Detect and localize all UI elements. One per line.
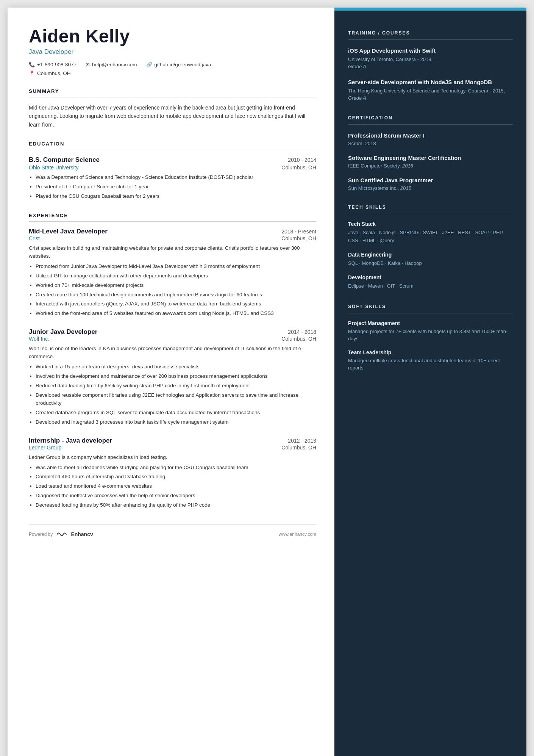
exp-bullet-1-2: Reduced data loading time by 65% by writ… [36,382,316,390]
experience-divider [29,221,316,222]
exp-header-0: Mid-Level Java Developer 2018 - Present [29,228,316,235]
exp-desc-0: Crist specializes in building and mainta… [29,244,316,260]
location-row: 📍 Columbus, OH [29,70,316,76]
skill-cat-2: Development Eclipse · Maven · GIT · Scru… [348,274,513,290]
exp-dates-0: 2018 - Present [281,229,316,235]
exp-header-2: Internship - Java developer 2012 - 2013 [29,437,316,445]
exp-location-2: Columbus, OH [281,445,316,451]
certification-section-title: CERTIFICATION [348,115,513,121]
exp-desc-2: Ledner Group is a company which speciali… [29,454,316,462]
candidate-name: Aiden Kelly [29,26,316,47]
exp-company-1: Wolf Inc. [29,336,49,342]
footer-left: Powered by Enhancv [29,531,93,538]
education-divider [29,150,316,150]
exp-header-1: Junior Java Developer 2014 - 2018 [29,328,316,336]
cert-item-1: Software Engineering Master Certificatio… [348,154,513,169]
experience-title: EXPERIENCE [29,213,316,218]
exp-company-row-2: Ledner Group Columbus, OH [29,445,316,451]
exp-bullet-1-4: Created database programs in SQL server … [36,409,316,417]
cert-detail-1: IEEE Computer Society, 2016 [348,163,513,169]
exp-bullet-0-1: Utilized GIT to manage collaboration wit… [36,272,316,280]
footer-website: www.enhancv.com [279,532,316,537]
skill-items-2: Eclipse · Maven · GIT · Scrum [348,282,513,290]
exp-bullet-0-2: Worked on 70+ mid-scale development proj… [36,282,316,290]
enhancv-icon [56,531,68,538]
training-name-1: Server-side Development with NodeJS and … [348,78,513,86]
exp-bullet-2-3: Diagnosed the ineffective processes with… [36,492,316,500]
edu-degree-row: B.S. Computer Science 2010 - 2014 [29,156,316,164]
summary-divider [29,97,316,97]
education-title: EDUCATION [29,141,316,147]
exp-block-1: Junior Java Developer 2014 - 2018 Wolf I… [29,328,316,426]
edu-bullet-0: Was a Department of Science and Technolo… [36,174,316,182]
edu-school: Ohio State University [29,164,79,171]
soft-skill-name-0: Project Management [348,320,513,326]
exp-bullet-2-4: Decreased loading times by 50% after enh… [36,501,316,509]
soft-skill-desc-1: Managed multiple cross-functional and di… [348,357,513,372]
location-item: 📍 Columbus, OH [29,70,71,76]
skill-cat-name-2: Development [348,274,513,280]
soft-skills-divider [348,313,513,313]
exp-bullet-0-3: Created more than 100 technical design d… [36,291,316,299]
soft-skill-0: Project Management Managed projects for … [348,320,513,343]
soft-skill-1: Team Leadership Managed multiple cross-f… [348,349,513,372]
cert-detail-0: Scrum, 2018 [348,141,513,146]
exp-bullets-1: Worked in a 15-person team of designers,… [29,363,316,426]
email-address: help@enhancv.com [92,62,137,67]
brand-name: Enhancv [71,531,93,537]
github-item: 🔗 github.io/greenwood.java [146,62,211,67]
summary-section: SUMMARY Mid-tier Java Developer with ove… [29,88,316,129]
exp-title-2: Internship - Java developer [29,437,112,445]
education-section: EDUCATION B.S. Computer Science 2010 - 2… [29,141,316,200]
exp-bullet-1-1: Involved in the development and maintena… [36,373,316,380]
training-item-0: iOS App Development with Swift Universit… [348,47,513,70]
github-icon: 🔗 [146,62,152,67]
exp-bullet-1-0: Worked in a 15-person team of designers,… [36,363,316,371]
exp-block-0: Mid-Level Java Developer 2018 - Present … [29,228,316,318]
phone-icon: 📞 [29,62,35,67]
cert-name-0: Professional Scrum Master I [348,131,513,139]
exp-bullets-0: Promoted from Junior Java Developer to M… [29,263,316,318]
soft-skill-desc-0: Managed projects for 7+ clients with bud… [348,328,513,343]
training-item-1: Server-side Development with NodeJS and … [348,78,513,102]
training-divider [348,39,513,40]
exp-bullet-0-5: Worked on the front-end area of 5 websit… [36,310,316,318]
skill-cat-name-0: Tech Stack [348,221,513,227]
edu-bullet-2: Played for the CSU Cougars Baseball team… [36,193,316,200]
tech-skills-section: TECH SKILLS Tech Stack Java · Scala · No… [348,205,513,290]
exp-block-2: Internship - Java developer 2012 - 2013 … [29,437,316,510]
exp-desc-1: Wolf Inc. is one of the leaders in NA in… [29,345,316,361]
skill-items-0: Java · Scala · Node.js · SPRING · SWIFT … [348,229,513,245]
soft-skills-section: SOFT SKILLS Project Management Managed p… [348,304,513,372]
summary-text: Mid-tier Java Developer with over 7 year… [29,103,316,129]
soft-skills-title: SOFT SKILLS [348,304,513,309]
cert-item-2: Sun Certified Java Programmer Sun Micros… [348,176,513,191]
exp-bullets-2: Was able to meet all deadlines while stu… [29,464,316,510]
tech-skills-title: TECH SKILLS [348,205,513,210]
phone-item: 📞 +1-890-908-8077 [29,62,77,67]
skill-cat-name-1: Data Engineering [348,252,513,258]
contact-info: 📞 +1-890-908-8077 ✉ help@enhancv.com 🔗 g… [29,62,316,67]
soft-skill-name-1: Team Leadership [348,349,513,355]
training-detail-1: The Hong Kong University of Science and … [348,88,513,102]
skill-cat-1: Data Engineering SQL · MongoDB · Kafka ·… [348,252,513,268]
edu-school-row: Ohio State University Columbus, OH [29,164,316,171]
exp-company-row-1: Wolf Inc. Columbus, OH [29,336,316,342]
cert-item-0: Professional Scrum Master I Scrum, 2018 [348,131,513,146]
phone-number: +1-890-908-8077 [37,62,77,67]
edu-location: Columbus, OH [281,164,316,171]
email-icon: ✉ [86,62,90,67]
training-name-0: iOS App Development with Swift [348,47,513,55]
exp-bullet-1-3: Developed reusable component libraries u… [36,391,316,407]
certification-section: CERTIFICATION Professional Scrum Master … [348,115,513,191]
exp-bullet-2-1: Completed 460 hours of internship and Da… [36,473,316,481]
summary-title: SUMMARY [29,88,316,94]
edu-dates: 2010 - 2014 [288,157,316,163]
exp-dates-1: 2014 - 2018 [288,329,316,335]
exp-title-0: Mid-Level Java Developer [29,228,108,235]
exp-company-2: Ledner Group [29,445,61,451]
email-item: ✉ help@enhancv.com [86,62,137,67]
exp-title-1: Junior Java Developer [29,328,97,336]
cert-name-1: Software Engineering Master Certificatio… [348,154,513,162]
training-detail-0: University of Toronto, Coursera - 2019, … [348,56,513,70]
